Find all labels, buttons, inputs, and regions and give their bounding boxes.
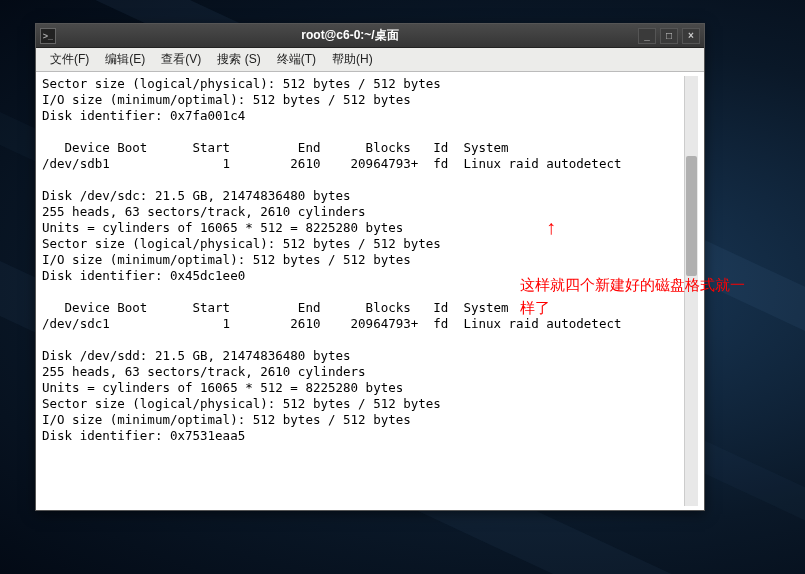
close-button[interactable]: × xyxy=(682,28,700,44)
menu-file[interactable]: 文件(F) xyxy=(42,49,97,70)
menu-search[interactable]: 搜索 (S) xyxy=(209,49,268,70)
menu-help[interactable]: 帮助(H) xyxy=(324,49,381,70)
menu-view[interactable]: 查看(V) xyxy=(153,49,209,70)
window-title: root@c6-0:~/桌面 xyxy=(62,27,638,44)
menu-edit[interactable]: 编辑(E) xyxy=(97,49,153,70)
menu-terminal[interactable]: 终端(T) xyxy=(269,49,324,70)
annotation-text: 这样就四个新建好的磁盘格式就一样了 xyxy=(520,274,750,319)
terminal-window: >_ root@c6-0:~/桌面 _ □ × 文件(F) 编辑(E) 查看(V… xyxy=(35,23,705,511)
annotation-arrow-icon: ↑ xyxy=(546,216,556,239)
menubar: 文件(F) 编辑(E) 查看(V) 搜索 (S) 终端(T) 帮助(H) xyxy=(36,48,704,72)
maximize-button[interactable]: □ xyxy=(660,28,678,44)
titlebar[interactable]: >_ root@c6-0:~/桌面 _ □ × xyxy=(36,24,704,48)
terminal-icon: >_ xyxy=(40,28,56,44)
window-controls: _ □ × xyxy=(638,28,700,44)
minimize-button[interactable]: _ xyxy=(638,28,656,44)
scrollbar-thumb[interactable] xyxy=(686,156,697,276)
